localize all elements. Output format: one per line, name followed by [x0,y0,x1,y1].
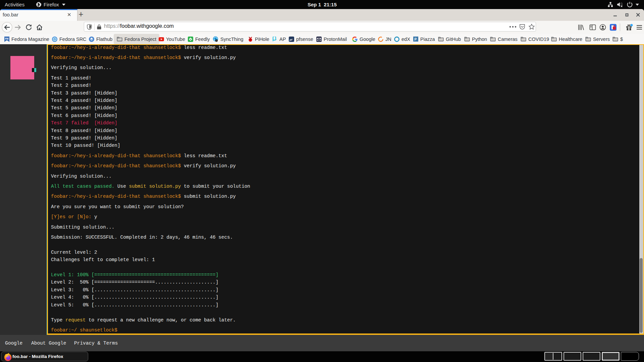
svg-text:FM: FM [5,38,8,40]
svg-text:pf: pf [289,38,293,41]
svg-text:P: P [415,38,417,41]
